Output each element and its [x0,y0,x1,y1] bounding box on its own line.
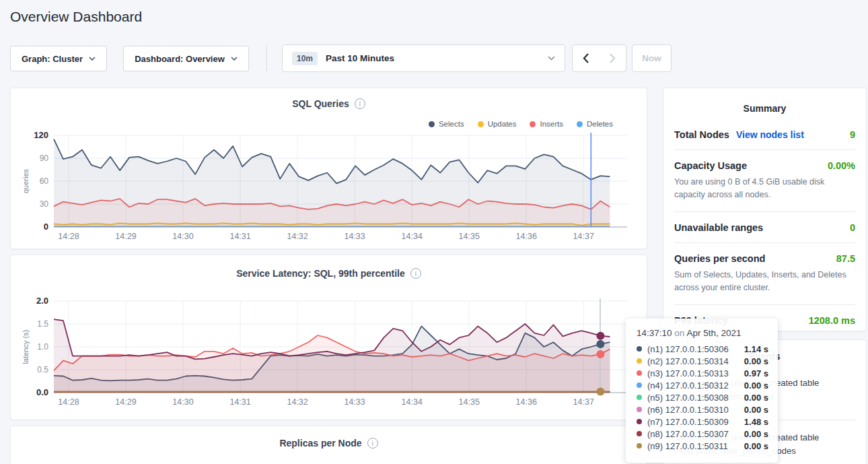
sql-queries-chart[interactable]: 14:2814:2914:3014:3114:3214:3314:3414:35… [19,127,638,253]
time-forward-button[interactable] [599,44,626,72]
tooltip-node-row: (n8) 127.0.0.1:503070.00 s [637,428,768,440]
x-tick-label: 14:33 [344,232,365,241]
tooltip-node-row: (n5) 127.0.0.1:503080.00 s [637,391,768,403]
hover-point-dot [596,332,604,340]
node-latency-value: 1.14 s [744,344,768,354]
chart-title: Service Latency: SQL, 99th percentile [236,268,405,279]
tooltip-node-rows: (n1) 127.0.0.1:503061.14 s(n2) 127.0.0.1… [637,343,768,452]
y-tick-label: 0.5 [37,365,48,374]
x-tick-label: 14:28 [58,232,79,241]
info-icon[interactable]: i [355,98,365,109]
time-back-button[interactable] [572,44,600,72]
node-address: (n4) 127.0.0.1:50312 [647,380,729,391]
now-button[interactable]: Now [632,44,672,72]
node-color-dot-icon [637,443,642,449]
summary-row-capacity-usage: Capacity Usage 0.00% You are using 0 B o… [674,150,855,211]
chart-title: Replicas per Node [279,438,361,449]
summary-title: Summary [663,88,866,114]
x-tick-label: 14:30 [172,232,193,241]
chart-title: SQL Queries [292,98,349,109]
service-latency-panel: Service Latency: SQL, 99th percentile i … [10,255,647,420]
summary-label: Capacity Usage [674,160,747,171]
time-range-label: Past 10 Minutes [326,53,394,63]
x-tick-label: 14:29 [115,232,136,241]
x-tick-label: 14:34 [402,397,423,407]
x-tick-label: 14:37 [573,232,594,241]
y-tick-label: 2.0 [36,296,48,306]
chart-title-row: Replicas per Node i [11,438,647,449]
x-tick-label: 14:31 [229,232,250,241]
chevron-right-icon [610,53,616,63]
x-tick-label: 14:37 [573,397,594,407]
graph-selector-label: Graph: Cluster [22,54,83,64]
node-color-dot-icon [637,407,642,412]
x-tick-label: 14:35 [459,397,480,407]
node-address: (n6) 127.0.0.1:50310 [647,405,729,415]
node-latency-value: 0.97 s [744,368,768,378]
y-tick-label: 0.0 [36,387,48,397]
view-nodes-list-link[interactable]: View nodes list [736,129,804,140]
x-tick-label: 14:29 [115,397,136,407]
chart-hover-tooltip: 14:37:10 on Apr 5th, 2021 (n1) 127.0.0.1… [626,319,778,463]
legend-dot-icon [577,121,583,127]
y-tick-label: 120 [34,130,48,140]
y-axis-label: latency (s) [22,330,30,364]
summary-value: 9 [850,129,855,140]
hover-point-dot [596,340,604,348]
hover-point-dot [596,350,604,358]
summary-label: Queries per second [674,253,765,264]
x-tick-label: 14:36 [516,397,537,407]
toolbar-divider [266,46,267,71]
summary-value: 87.5 [836,253,855,264]
sql-queries-panel: SQL Queries i SelectsUpdatesInsertsDelet… [10,88,647,249]
summary-panel: Summary Total Nodes View nodes list 9 Ca… [663,88,867,331]
node-address: (n5) 127.0.0.1:50308 [647,393,729,403]
tooltip-node-row: (n4) 127.0.0.1:503120.00 s [637,379,768,391]
x-tick-label: 14:31 [229,397,250,407]
tooltip-node-row: (n6) 127.0.0.1:503100.00 s [637,403,768,416]
dashboard-selector-dropdown[interactable]: Dashboard: Overview [123,46,249,71]
node-latency-value: 0.00 s [744,393,768,403]
info-icon[interactable]: i [410,268,421,279]
service-latency-chart[interactable]: 14:2814:2914:3014:3114:3214:3314:3414:35… [19,293,638,418]
summary-label: Unavailable ranges [674,222,763,233]
y-tick-label: 1.5 [37,319,48,329]
tooltip-node-row: (n9) 127.0.0.1:503110.00 s [637,440,768,452]
chart-canvas[interactable]: 14:2814:2914:3014:3114:3214:3314:3414:35… [19,293,638,416]
x-tick-label: 14:34 [402,232,423,241]
x-tick-label: 14:35 [459,232,480,241]
x-tick-label: 14:36 [516,232,537,241]
tooltip-node-row: (n7) 127.0.0.1:503091.48 s [637,416,768,428]
y-tick-label: 30 [40,199,49,209]
summary-label: Total Nodes [674,129,729,140]
summary-value: 0 [850,222,855,233]
tooltip-node-row: (n1) 127.0.0.1:503061.14 s [637,343,768,355]
legend-dot-icon [530,121,536,127]
summary-value: 0.00% [828,160,855,171]
toolbar: Graph: Cluster Dashboard: Overview 10m P… [0,44,868,73]
node-color-dot-icon [637,358,642,364]
node-address: (n7) 127.0.0.1:50309 [647,417,729,427]
x-tick-label: 14:28 [58,397,79,407]
node-address: (n3) 127.0.0.1:50313 [647,368,729,378]
chart-canvas[interactable]: 14:2814:2914:3014:3114:3214:3314:3414:35… [19,127,638,250]
x-tick-label: 14:32 [287,232,308,241]
chart-title-row: SQL Queries i [11,98,647,109]
dashboard-selector-label: Dashboard: Overview [135,54,225,64]
time-range-badge: 10m [292,52,318,65]
node-latency-value: 0.00 s [744,429,768,439]
node-color-dot-icon [637,370,642,376]
y-tick-label: 1.0 [37,342,48,352]
node-color-dot-icon [637,431,642,436]
node-latency-value: 0.00 s [744,405,768,415]
summary-rows: Total Nodes View nodes list 9 Capacity U… [663,114,866,335]
legend-dot-icon [478,121,484,127]
node-color-dot-icon [637,346,642,352]
info-icon[interactable]: i [367,438,378,449]
y-tick-label: 90 [40,154,49,163]
summary-value: 1208.0 ms [809,315,855,326]
summary-row-unavailable-ranges: Unavailable ranges 0 [674,211,855,242]
time-range-picker[interactable]: 10m Past 10 Minutes [282,44,565,72]
y-axis-label: queries [22,168,30,193]
graph-selector-dropdown[interactable]: Graph: Cluster [10,46,107,71]
